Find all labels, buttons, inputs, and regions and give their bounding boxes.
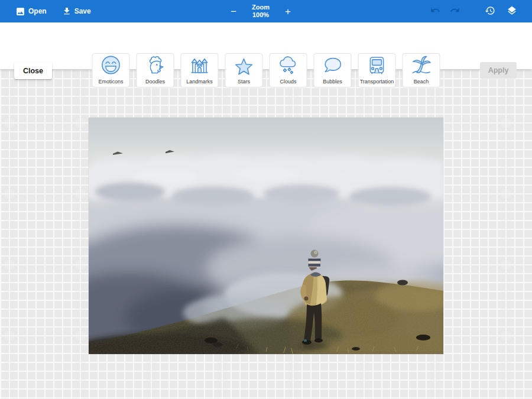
- category-label: Emoticons: [98, 79, 123, 85]
- landmarks-icon: [189, 54, 211, 79]
- category-label: Bubbles: [323, 79, 342, 85]
- close-button[interactable]: Close: [14, 62, 52, 79]
- category-label: Transportation: [360, 79, 394, 85]
- image-icon: [15, 7, 25, 17]
- undo-button[interactable]: [429, 4, 442, 19]
- apply-button[interactable]: Apply: [480, 62, 517, 79]
- zoom-in-button[interactable]: +: [283, 5, 293, 18]
- open-button[interactable]: Open: [15, 7, 47, 17]
- top-toolbar-right: [429, 4, 519, 20]
- layers-icon: [507, 5, 517, 18]
- undo-icon: [430, 5, 440, 17]
- photo-hiker-above-clouds: [89, 118, 443, 354]
- redo-button[interactable]: [448, 4, 462, 19]
- history-button[interactable]: [483, 4, 497, 20]
- zoom-out-button[interactable]: −: [228, 5, 239, 18]
- category-label: Doodles: [145, 79, 165, 85]
- sticker-toolbar: Close Emoticons: [0, 22, 532, 69]
- zoom-value: 100%: [252, 11, 270, 19]
- category-label: Clouds: [280, 79, 296, 85]
- save-button[interactable]: Save: [62, 7, 91, 16]
- bubbles-icon: [322, 54, 344, 79]
- category-bubbles-button[interactable]: Bubbles: [314, 53, 352, 87]
- download-icon: [62, 7, 72, 16]
- clouds-icon: [277, 54, 300, 79]
- category-landmarks-button[interactable]: Landmarks: [181, 53, 219, 87]
- category-label: Stars: [238, 79, 250, 85]
- category-stars-button[interactable]: Stars: [225, 53, 263, 87]
- beach-icon: [410, 54, 433, 79]
- category-clouds-button[interactable]: Clouds: [270, 53, 307, 87]
- zoom-controls: − Zoom 100% +: [228, 0, 293, 22]
- top-toolbar: Open Save − Zoom 100% +: [0, 0, 532, 22]
- photo-layer[interactable]: [89, 118, 443, 354]
- doodles-icon: [144, 54, 167, 79]
- zoom-level: Zoom 100%: [252, 4, 270, 19]
- zoom-label-text: Zoom: [252, 4, 270, 11]
- category-beach-button[interactable]: Beach: [403, 53, 440, 87]
- transportation-icon: [366, 54, 388, 79]
- image-editor-app: Open Save − Zoom 100% +: [0, 0, 532, 399]
- category-label: Beach: [414, 79, 429, 85]
- stars-icon: [233, 56, 255, 78]
- sticker-categories: Emoticons Doodles: [92, 53, 440, 87]
- category-transportation-button[interactable]: Transportation: [358, 53, 396, 87]
- redo-icon: [450, 5, 460, 17]
- editor-canvas[interactable]: [0, 69, 532, 399]
- category-emoticons-button[interactable]: Emoticons: [92, 53, 130, 87]
- emoticons-icon: [100, 54, 122, 79]
- category-doodles-button[interactable]: Doodles: [137, 53, 174, 87]
- save-button-label: Save: [74, 7, 91, 15]
- category-label: Landmarks: [186, 79, 213, 85]
- open-button-label: Open: [28, 7, 47, 15]
- layers-button[interactable]: [505, 4, 519, 20]
- history-icon: [485, 5, 495, 18]
